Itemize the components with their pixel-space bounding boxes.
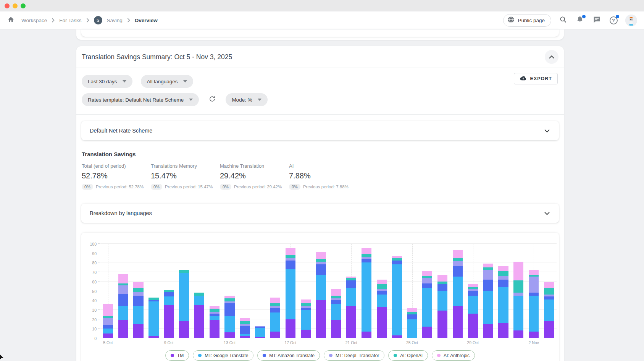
- bar-segment[interactable]: [513, 330, 523, 338]
- bar-segment[interactable]: [133, 306, 143, 324]
- stacked-bar-25-oct[interactable]: [407, 244, 417, 338]
- bar-segment[interactable]: [164, 305, 174, 338]
- refresh-button[interactable]: [207, 95, 217, 105]
- bar-segment[interactable]: [133, 324, 143, 338]
- legend-item[interactable]: MT: Google Translate: [193, 350, 253, 361]
- bar-segment[interactable]: [483, 267, 493, 270]
- stacked-bar-5-oct[interactable]: [103, 244, 113, 338]
- bar-segment[interactable]: [513, 296, 523, 330]
- bar-segment[interactable]: [377, 295, 387, 307]
- bar-segment[interactable]: [362, 259, 371, 263]
- bar-segment[interactable]: [468, 291, 478, 296]
- bar-segment[interactable]: [362, 332, 371, 338]
- bar-segment[interactable]: [133, 292, 143, 296]
- bar-segment[interactable]: [148, 336, 158, 338]
- bar-segment[interactable]: [179, 270, 189, 273]
- mode-dropdown[interactable]: Mode: %: [226, 93, 267, 106]
- bar-segment[interactable]: [103, 304, 113, 316]
- stacked-bar-17-oct[interactable]: [286, 244, 295, 338]
- stacked-bar-23-oct[interactable]: [377, 244, 387, 338]
- bar-segment[interactable]: [286, 258, 295, 261]
- rate-scheme-section-row[interactable]: Default Net Rate Scheme: [81, 121, 559, 140]
- stacked-bar-1-nov[interactable]: [513, 244, 523, 338]
- bar-segment[interactable]: [270, 308, 280, 312]
- bar-segment[interactable]: [270, 312, 280, 331]
- bar-segment[interactable]: [164, 292, 174, 296]
- bar-segment[interactable]: [362, 262, 371, 331]
- bar-segment[interactable]: [316, 262, 326, 264]
- stacked-bar-24-oct[interactable]: [392, 244, 402, 338]
- bar-segment[interactable]: [437, 291, 447, 311]
- bar-segment[interactable]: [240, 326, 250, 334]
- bar-segment[interactable]: [422, 283, 432, 288]
- legend-item[interactable]: MT: DeepL Translator: [324, 350, 384, 361]
- export-button[interactable]: EXPORT: [514, 73, 558, 84]
- bar-segment[interactable]: [392, 264, 402, 335]
- bar-segment[interactable]: [529, 332, 539, 338]
- bar-segment[interactable]: [194, 296, 204, 305]
- bar-segment[interactable]: [498, 266, 508, 271]
- bar-segment[interactable]: [422, 288, 432, 327]
- bar-segment[interactable]: [240, 336, 250, 338]
- home-button[interactable]: [5, 15, 16, 26]
- bar-segment[interactable]: [437, 311, 447, 338]
- bar-segment[interactable]: [210, 306, 220, 309]
- bar-segment[interactable]: [392, 261, 402, 264]
- bar-segment[interactable]: [529, 270, 539, 275]
- bar-segment[interactable]: [118, 285, 128, 294]
- stacked-bar-9-oct[interactable]: [164, 244, 174, 338]
- stacked-bar-31-oct[interactable]: [498, 244, 508, 338]
- close-window-button[interactable]: [5, 3, 10, 8]
- bar-segment[interactable]: [316, 252, 326, 259]
- bar-segment[interactable]: [407, 308, 417, 312]
- minimize-window-button[interactable]: [13, 3, 18, 8]
- bar-segment[interactable]: [483, 291, 493, 324]
- bar-segment[interactable]: [513, 262, 523, 280]
- bar-segment[interactable]: [498, 276, 508, 280]
- bar-segment[interactable]: [133, 288, 143, 292]
- bar-segment[interactable]: [331, 320, 341, 338]
- search-button[interactable]: [558, 15, 568, 25]
- bar-segment[interactable]: [468, 314, 478, 338]
- bar-segment[interactable]: [331, 304, 341, 320]
- bar-segment[interactable]: [331, 289, 341, 296]
- stacked-bar-2-nov[interactable]: [529, 244, 539, 338]
- notifications-button[interactable]: [575, 15, 585, 25]
- stacked-bar-18-oct[interactable]: [301, 244, 311, 338]
- bar-segment[interactable]: [133, 282, 143, 288]
- bar-segment[interactable]: [407, 312, 417, 314]
- bar-segment[interactable]: [255, 337, 265, 338]
- stacked-bar-15-oct[interactable]: [255, 244, 265, 338]
- bar-segment[interactable]: [240, 321, 250, 324]
- bar-segment[interactable]: [179, 273, 189, 321]
- stacked-bar-26-oct[interactable]: [422, 244, 432, 338]
- stacked-bar-7-oct[interactable]: [133, 244, 143, 338]
- bar-segment[interactable]: [498, 323, 508, 338]
- legend-item[interactable]: MT: Amazon Translate: [257, 350, 320, 361]
- bar-segment[interactable]: [179, 321, 189, 338]
- bar-segment[interactable]: [453, 250, 463, 258]
- bar-segment[interactable]: [498, 287, 508, 323]
- bar-segment[interactable]: [270, 298, 280, 303]
- bar-segment[interactable]: [118, 294, 128, 306]
- bar-segment[interactable]: [224, 332, 234, 338]
- bar-segment[interactable]: [407, 319, 417, 338]
- bar-segment[interactable]: [529, 277, 539, 293]
- bar-segment[interactable]: [377, 284, 387, 289]
- bar-segment[interactable]: [210, 309, 220, 311]
- bar-segment[interactable]: [437, 282, 447, 284]
- bar-segment[interactable]: [133, 296, 143, 306]
- bar-segment[interactable]: [286, 255, 295, 258]
- bar-segment[interactable]: [483, 264, 493, 267]
- stacked-bar-28-oct[interactable]: [453, 244, 463, 338]
- bar-segment[interactable]: [286, 269, 295, 319]
- stacked-bar-6-oct[interactable]: [118, 244, 128, 338]
- bar-segment[interactable]: [148, 301, 158, 336]
- bar-segment[interactable]: [529, 293, 539, 295]
- bar-segment[interactable]: [377, 280, 387, 284]
- bar-segment[interactable]: [331, 300, 341, 304]
- bar-segment[interactable]: [164, 296, 174, 305]
- bar-segment[interactable]: [103, 333, 113, 338]
- saving-space-badge[interactable]: S: [94, 16, 102, 24]
- bar-segment[interactable]: [453, 266, 463, 277]
